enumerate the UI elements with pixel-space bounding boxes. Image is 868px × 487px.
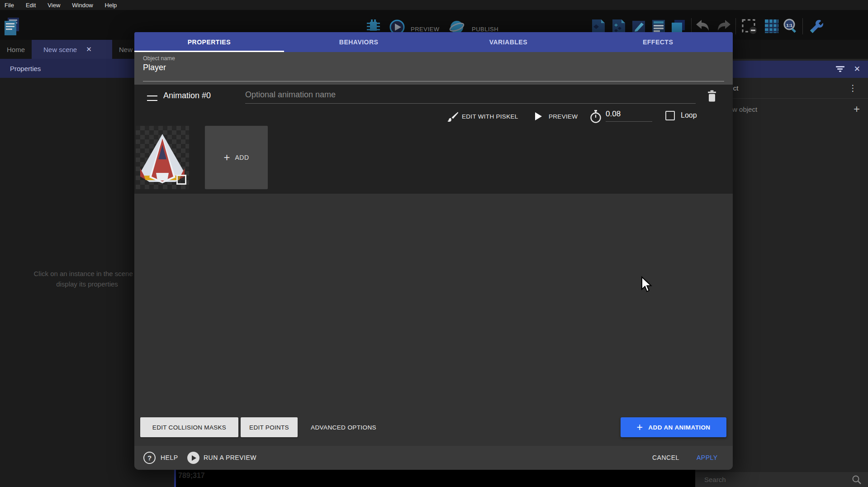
run-a-preview-button[interactable]: RUN A PREVIEW (204, 454, 256, 461)
close-panel-icon[interactable]: ✕ (854, 64, 860, 74)
menu-file[interactable]: File (5, 2, 14, 9)
tab-effects[interactable]: EFFECTS (583, 32, 733, 52)
tab-new-partial-label: New (119, 46, 133, 53)
tab-behaviors[interactable]: BEHAVIORS (284, 32, 434, 52)
object-name-input[interactable] (143, 63, 724, 72)
brush-icon (446, 111, 459, 124)
add-animation-button[interactable]: + ADD AN ANIMATION (621, 417, 726, 437)
gdevelop-window: File Edit View Window Help (0, 0, 868, 487)
dialog-footer: ? HELP RUN A PREVIEW CANCEL APPLY (134, 446, 733, 470)
edit-with-piskel-button[interactable]: EDIT WITH PISKEL (462, 113, 518, 120)
dialog-tab-bar: PROPERTIES BEHAVIORS VARIABLES EFFECTS (134, 32, 733, 52)
cursor-coordinates: 789;317 (178, 472, 205, 480)
help-button[interactable]: HELP (161, 454, 178, 461)
animation-controls: EDIT WITH PISKEL PREVIEW Loop (134, 109, 733, 126)
animation-block: Animation #0 EDIT WITH PISKEL PREVIEW (134, 85, 733, 194)
menu-bar: File Edit View Window Help (0, 0, 868, 10)
objects-search-input[interactable] (704, 476, 852, 483)
delete-animation-icon[interactable] (705, 88, 719, 104)
tab-properties[interactable]: PROPERTIES (134, 32, 284, 52)
animation-name-input[interactable] (245, 90, 696, 104)
deselect-icon[interactable] (740, 17, 758, 35)
object-name-label: Object name (143, 55, 724, 62)
tab-new-scene-label: New scene (43, 46, 77, 53)
tab-new-scene[interactable]: New scene ✕ (32, 40, 112, 59)
item-overflow-menu-icon[interactable]: ⋮ (849, 83, 857, 93)
dialog-actions-row: EDIT COLLISION MASKS EDIT POINTS ADVANCE… (134, 417, 733, 437)
project-manager-icon[interactable] (3, 17, 21, 35)
publish-button[interactable]: PUBLISH (472, 26, 498, 33)
edit-points-button[interactable]: EDIT POINTS (241, 417, 298, 437)
objects-search-bar (695, 472, 868, 487)
animation-frame-thumbnail[interactable] (136, 126, 189, 189)
cancel-button[interactable]: CANCEL (652, 454, 679, 461)
properties-panel-title: Properties (10, 65, 41, 72)
stopwatch-icon (589, 110, 602, 124)
svg-text:1:1: 1:1 (786, 23, 792, 28)
advanced-options-button[interactable]: ADVANCED OPTIONS (304, 417, 383, 437)
help-icon[interactable]: ? (143, 452, 156, 464)
animation-title: Animation #0 (163, 91, 211, 100)
run-preview-icon[interactable] (187, 452, 199, 464)
menu-edit[interactable]: Edit (26, 2, 36, 9)
loop-checkbox[interactable] (665, 111, 675, 120)
object-name-section: Object name (134, 52, 733, 85)
toolbar-separator (735, 18, 736, 34)
frame-select-checkbox[interactable] (176, 175, 186, 185)
plus-icon: + (223, 152, 230, 163)
tab-home-label: Home (7, 46, 25, 53)
apply-button[interactable]: APPLY (697, 454, 718, 461)
add-frame-button[interactable]: + ADD (205, 126, 268, 189)
preview-button[interactable]: PREVIEW (411, 26, 439, 33)
close-tab-icon[interactable]: ✕ (86, 45, 92, 53)
object-editor-dialog: PROPERTIES BEHAVIORS VARIABLES EFFECTS O… (134, 32, 733, 470)
preview-play-icon[interactable] (535, 112, 542, 120)
edit-collision-masks-button[interactable]: EDIT COLLISION MASKS (140, 417, 238, 437)
mouse-cursor (640, 276, 652, 294)
menu-view[interactable]: View (47, 2, 60, 9)
loop-label: Loop (681, 111, 697, 119)
settings-wrench-icon[interactable] (807, 17, 825, 35)
zoom-original-icon[interactable]: 1:1 (782, 17, 800, 35)
grid-icon[interactable] (763, 17, 781, 35)
drag-handle-icon[interactable] (147, 95, 157, 101)
toolbar-separator (802, 18, 803, 34)
filter-icon[interactable] (835, 66, 844, 73)
menu-help[interactable]: Help (105, 2, 117, 9)
time-between-frames-input[interactable] (606, 110, 652, 122)
add-object-plus-icon[interactable]: + (854, 103, 860, 115)
tab-variables[interactable]: VARIABLES (434, 32, 583, 52)
search-icon (852, 475, 862, 485)
menu-window[interactable]: Window (72, 2, 93, 9)
tab-home[interactable]: Home (0, 40, 32, 59)
animation-preview-button[interactable]: PREVIEW (549, 113, 578, 120)
